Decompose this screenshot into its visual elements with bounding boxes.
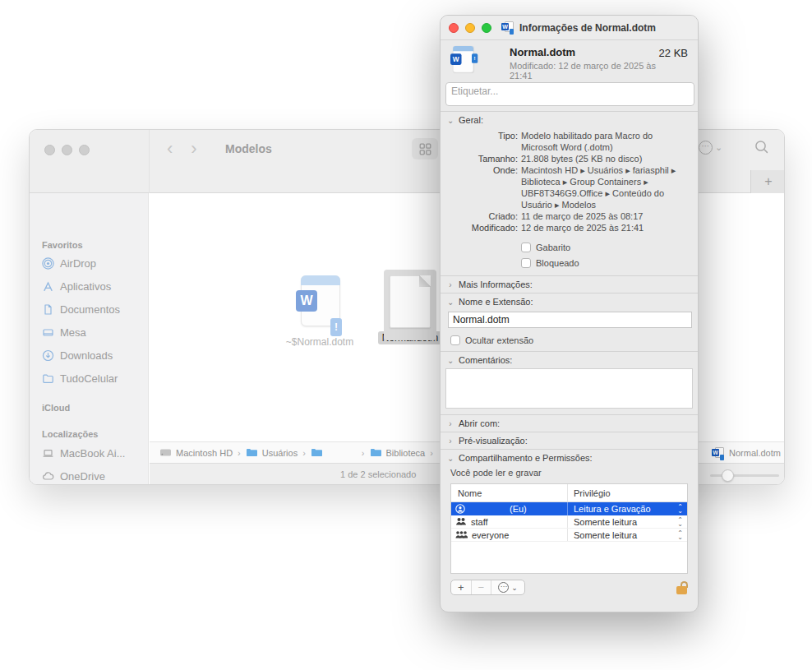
minimize-button[interactable] [62, 145, 72, 155]
file-size: 22 KB [659, 47, 688, 59]
sidebar-item-airdrop[interactable]: AirDrop [30, 253, 148, 273]
new-tab-button[interactable]: + [750, 170, 785, 193]
privilege-stepper[interactable]: ⌃⌄ [677, 531, 683, 539]
privilege-stepper[interactable]: ⌃⌄ [677, 505, 683, 513]
checkbox-row-bloqueado: Bloqueado [521, 257, 698, 269]
file-item-tmp[interactable]: W ! ~$Normal.dotm [275, 275, 365, 349]
comments-textarea[interactable] [445, 368, 693, 409]
sidebar-item-aplicativos[interactable]: Aplicativos [30, 276, 148, 296]
unlock-icon[interactable] [676, 581, 688, 594]
sharing-summary: Você pode ler e gravar [441, 466, 698, 481]
close-button[interactable] [44, 145, 55, 155]
back-button[interactable]: ‹ [164, 138, 176, 159]
disclosure-closed-icon[interactable]: › [447, 280, 454, 289]
word-template-file-icon: W ! [296, 275, 344, 333]
sidebar-item-mesa[interactable]: Mesa [30, 322, 148, 342]
remove-permission-button[interactable]: − [471, 580, 491, 594]
info-window-title: Informações de Normal.dotm [519, 22, 656, 34]
privilege-stepper[interactable]: ⌃⌄ [677, 518, 683, 526]
zoom-button[interactable] [79, 145, 90, 155]
slider-thumb[interactable] [722, 469, 734, 482]
cloud-icon [41, 469, 54, 483]
row-label: Onde: [449, 164, 518, 210]
folder-icon [41, 372, 54, 385]
sidebar-item-onedrive[interactable]: OneDrive [30, 466, 148, 485]
permission-row-everyone[interactable]: everyone Somente leitura ⌃⌄ [451, 529, 687, 542]
chevron-down-icon: ⌄ [715, 142, 722, 153]
bloqueado-checkbox[interactable] [521, 258, 531, 268]
grid-view-button[interactable] [412, 138, 438, 159]
more-options-button[interactable]: ⋯ ⌄ [699, 141, 722, 155]
sidebar-item-label: Aplicativos [60, 280, 111, 293]
tags-input[interactable] [445, 82, 694, 106]
path-item-home[interactable] [311, 447, 357, 458]
section-header-abrir-com[interactable]: › Abrir com: [441, 415, 698, 432]
disclosure-open-icon[interactable]: ⌄ [447, 356, 454, 365]
row-value: 21.808 bytes (25 KB no disco) [521, 153, 690, 164]
sidebar-item-tudocelular[interactable]: TudoCelular [30, 368, 148, 388]
permission-privilege: Somente leitura [574, 517, 637, 527]
forward-button[interactable]: › [187, 138, 200, 159]
add-permission-button[interactable]: + [451, 580, 471, 594]
get-info-panel: W Informações de Normal.dotm W ! Normal.… [440, 15, 699, 612]
permission-row-eu[interactable]: (Eu) Leitura e Gravação ⌃⌄ [451, 502, 687, 515]
gabarito-checkbox[interactable] [521, 243, 531, 252]
icon-size-slider[interactable] [710, 474, 779, 477]
section-header-comentarios[interactable]: ⌄ Comentários: [441, 352, 698, 368]
row-value: Modelo habilitado para Macro do Microsof… [521, 130, 690, 153]
sidebar-header-icloud: iCloud [30, 403, 148, 413]
permissions-header-row: Nome Privilégio [451, 484, 687, 502]
search-button[interactable] [754, 140, 769, 155]
sidebar-item-label: MacBook Ai... [60, 447, 125, 460]
minimize-button[interactable] [465, 23, 475, 33]
chevron-down-icon: ⌄ [511, 584, 518, 592]
permission-privilege: Somente leitura [574, 530, 637, 540]
path-item-usuarios[interactable]: Usuários [246, 447, 298, 458]
section-label: Geral: [459, 115, 483, 125]
sidebar-item-documentos[interactable]: Documentos [30, 299, 148, 319]
section-header-mais-informacoes[interactable]: › Mais Informações: [441, 276, 698, 293]
actions-menu-button[interactable]: ⋯ ⌄ [491, 580, 524, 594]
info-title-bar: W Informações de Normal.dotm [441, 16, 698, 40]
disclosure-open-icon[interactable]: ⌄ [447, 298, 454, 307]
close-button[interactable] [449, 23, 459, 33]
disclosure-open-icon[interactable]: ⌄ [447, 454, 454, 463]
checkbox-label: Bloqueado [536, 257, 579, 269]
disclosure-closed-icon[interactable]: › [447, 437, 454, 446]
sidebar-item-label: Documentos [60, 303, 120, 316]
sidebar-item-macbook[interactable]: MacBook Ai... [30, 443, 148, 463]
permission-row-staff[interactable]: staff Somente leitura ⌃⌄ [451, 515, 687, 529]
row-label: Criado: [449, 210, 518, 222]
path-item-macintosh-hd[interactable]: Macintosh HD [159, 447, 233, 458]
checkbox-label: Ocultar extensão [465, 335, 533, 345]
section-header-pre-visualizacao[interactable]: › Pré-visualização: [441, 432, 698, 449]
section-header-nome-extensao[interactable]: ⌄ Nome e Extensão: [441, 293, 698, 310]
path-item-normal-dotm[interactable]: W Normal.dotm [704, 442, 785, 464]
airdrop-icon [41, 256, 54, 270]
path-item-label: Biblioteca [386, 448, 426, 458]
sidebar-header-favorites: Favoritos [30, 240, 148, 250]
info-row-modificado: Modificado: 12 de março de 2025 às 21:41 [441, 222, 698, 233]
permission-user: (Eu) [510, 504, 527, 514]
disclosure-open-icon[interactable]: ⌄ [447, 116, 454, 125]
search-icon [754, 140, 769, 155]
checkbox-label: Gabarito [536, 242, 570, 253]
info-row-tipo: Tipo: Modelo habilitado para Macro do Mi… [441, 130, 698, 153]
section-header-geral[interactable]: ⌄ Geral: [441, 112, 698, 128]
row-label: Tipo: [449, 130, 518, 153]
sidebar-item-downloads[interactable]: Downloads [30, 345, 148, 365]
section-header-compartilhamento[interactable]: ⌄ Compartilhamento e Permissões: [441, 450, 698, 466]
filename-input[interactable] [448, 312, 692, 328]
word-template-mini-icon: W [501, 21, 514, 34]
group-icon [455, 517, 467, 526]
path-item-label: Normal.dotm [729, 448, 781, 458]
path-separator: › [430, 448, 433, 458]
disclosure-closed-icon[interactable]: › [447, 419, 454, 428]
hide-extension-checkbox[interactable] [450, 335, 460, 345]
sidebar-item-label: Mesa [60, 326, 86, 339]
row-label: Modificado: [449, 222, 518, 233]
path-item-biblioteca[interactable]: Biblioteca [370, 447, 426, 458]
ellipsis-circle-icon: ⋯ [498, 582, 509, 593]
section-label: Pré-visualização: [459, 436, 528, 446]
zoom-button[interactable] [482, 23, 491, 33]
